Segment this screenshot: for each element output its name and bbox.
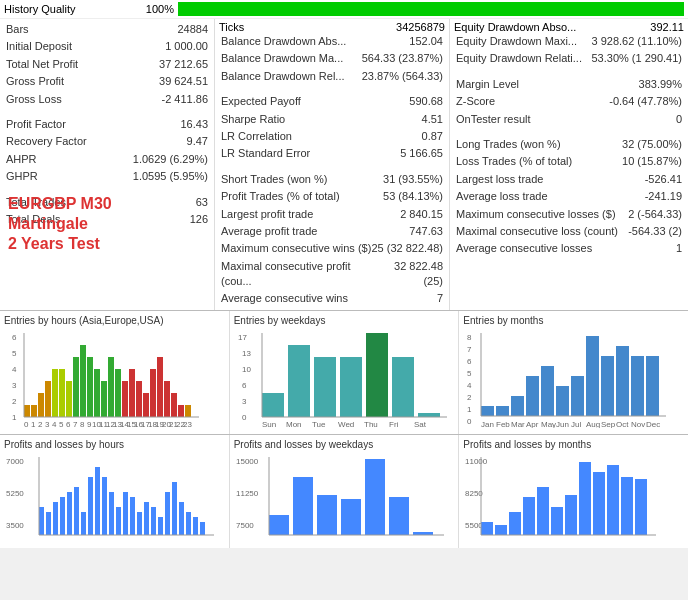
svg-text:6: 6 bbox=[12, 333, 17, 342]
svg-rect-93 bbox=[586, 336, 599, 416]
loss-trades-value: 10 (15.87%) bbox=[622, 154, 682, 169]
avg-consec-wins-row: Average consecutive wins 7 bbox=[219, 290, 445, 307]
weekdays-chart-title: Entries by weekdays bbox=[234, 315, 455, 326]
profit-weekdays-container: Profits and losses by weekdays 15000 112… bbox=[230, 435, 460, 548]
largest-loss-label: Largest loss trade bbox=[456, 172, 543, 187]
svg-rect-10 bbox=[52, 369, 58, 417]
mid-stats-col: Ticks 34256879 Balance Drawdown Abs... 1… bbox=[215, 19, 450, 310]
svg-text:Dec: Dec bbox=[646, 420, 660, 428]
svg-rect-165 bbox=[607, 465, 619, 535]
maximal-consec-loss-value: -564.33 (2) bbox=[628, 224, 682, 239]
sharpe-ratio-label: Sharpe Ratio bbox=[221, 112, 285, 127]
loss-trades-row: Loss Trades (% of total) 10 (15.87%) bbox=[454, 153, 684, 170]
avg-loss-label: Average loss trade bbox=[456, 189, 548, 204]
bal-dd-rel-value: 23.87% (564.33) bbox=[362, 69, 443, 84]
total-net-profit-label: Total Net Profit bbox=[6, 57, 78, 72]
on-tester-row: OnTester result 0 bbox=[454, 111, 684, 128]
svg-rect-136 bbox=[186, 512, 191, 535]
bal-dd-max-value: 564.33 (23.87%) bbox=[362, 51, 443, 66]
svg-text:5: 5 bbox=[59, 420, 64, 428]
svg-text:10: 10 bbox=[242, 365, 251, 374]
svg-rect-26 bbox=[164, 381, 170, 417]
svg-rect-132 bbox=[158, 517, 163, 535]
svg-rect-28 bbox=[178, 405, 184, 417]
profit-hours-container: Profits and losses by hours 7000 5250 35… bbox=[0, 435, 230, 548]
svg-text:3: 3 bbox=[45, 420, 50, 428]
svg-rect-167 bbox=[635, 479, 647, 535]
charts-row-1: Entries by hours (Asia,Europe,USA) 6 5 4… bbox=[0, 310, 688, 434]
avg-profit-value: 747.63 bbox=[409, 224, 443, 239]
svg-rect-89 bbox=[526, 376, 539, 416]
svg-rect-15 bbox=[87, 357, 93, 417]
svg-text:0: 0 bbox=[24, 420, 29, 428]
z-score-label: Z-Score bbox=[456, 94, 495, 109]
profit-trades-label: Profit Trades (% of total) bbox=[221, 189, 340, 204]
gross-profit-row: Gross Profit 39 624.51 bbox=[4, 73, 210, 90]
max-consec-losses-label: Maximum consecutive losses ($) bbox=[456, 207, 616, 222]
symbols-row: Equity Drawdown Abso... 392.11 bbox=[454, 21, 684, 33]
svg-text:7000: 7000 bbox=[6, 457, 24, 466]
weekdays-chart-area: 17 13 10 6 3 0 bbox=[234, 328, 455, 430]
svg-text:Jul: Jul bbox=[571, 420, 581, 428]
svg-rect-9 bbox=[45, 381, 51, 417]
avg-consec-losses-row: Average consecutive losses 1 bbox=[454, 240, 684, 257]
svg-text:13: 13 bbox=[242, 349, 251, 358]
svg-rect-159 bbox=[523, 497, 535, 535]
svg-rect-88 bbox=[511, 396, 524, 416]
svg-rect-16 bbox=[94, 369, 100, 417]
svg-rect-137 bbox=[193, 517, 198, 535]
svg-text:1: 1 bbox=[12, 413, 17, 422]
profit-weekdays-area: 15000 11250 7500 bbox=[234, 452, 455, 544]
svg-text:Jan: Jan bbox=[481, 420, 494, 428]
svg-rect-122 bbox=[88, 477, 93, 535]
svg-rect-17 bbox=[101, 381, 107, 417]
short-trades-value: 31 (93.55%) bbox=[383, 172, 443, 187]
left-stats-col: Bars 24884 Initial Deposit 1 000.00 Tota… bbox=[0, 19, 215, 310]
max-consec-wins-label: Maximum consecutive wins ($) bbox=[221, 241, 371, 256]
svg-text:2: 2 bbox=[38, 420, 43, 428]
svg-text:6: 6 bbox=[467, 357, 472, 366]
svg-rect-138 bbox=[200, 522, 205, 535]
svg-text:2: 2 bbox=[12, 397, 17, 406]
svg-rect-146 bbox=[317, 495, 337, 535]
eq-dd-rel-label: Equity Drawdown Relati... bbox=[456, 51, 582, 66]
avg-consec-losses-value: 1 bbox=[676, 241, 682, 256]
svg-text:Mar: Mar bbox=[511, 420, 525, 428]
hq-bar bbox=[178, 2, 684, 16]
svg-rect-115 bbox=[39, 507, 44, 535]
svg-text:0: 0 bbox=[242, 413, 247, 422]
svg-text:Fri: Fri bbox=[389, 420, 399, 428]
svg-text:4: 4 bbox=[12, 365, 17, 374]
avg-consec-wins-value: 7 bbox=[437, 291, 443, 306]
svg-text:4: 4 bbox=[52, 420, 57, 428]
largest-profit-row: Largest profit trade 2 840.15 bbox=[219, 206, 445, 223]
symbols-value: 392.11 bbox=[650, 21, 684, 33]
months-chart-area: 8 7 6 5 4 2 1 0 bbox=[463, 328, 684, 430]
svg-text:Aug: Aug bbox=[586, 420, 600, 428]
svg-rect-162 bbox=[565, 495, 577, 535]
weekdays-chart-svg: 17 13 10 6 3 0 bbox=[234, 328, 449, 428]
overlay-line3: 2 Years Test bbox=[8, 234, 112, 254]
ghpr-value: 1.0595 (5.95%) bbox=[133, 169, 208, 184]
svg-rect-121 bbox=[81, 512, 86, 535]
hq-label: History Quality bbox=[4, 3, 134, 15]
svg-text:Sat: Sat bbox=[414, 420, 427, 428]
profit-factor-label: Profit Factor bbox=[6, 117, 66, 132]
profit-hours-title: Profits and losses by hours bbox=[4, 439, 225, 450]
ahpr-label: AHPR bbox=[6, 152, 37, 167]
svg-text:Tue: Tue bbox=[312, 420, 326, 428]
svg-rect-134 bbox=[172, 482, 177, 535]
svg-text:7: 7 bbox=[73, 420, 78, 428]
eq-dd-max-value: 3 928.62 (11.10%) bbox=[591, 34, 682, 49]
svg-text:3: 3 bbox=[12, 381, 17, 390]
ticks-value: 34256879 bbox=[396, 21, 445, 33]
svg-rect-65 bbox=[340, 357, 362, 417]
svg-rect-21 bbox=[129, 369, 135, 417]
svg-rect-64 bbox=[314, 357, 336, 417]
svg-rect-7 bbox=[31, 405, 37, 417]
bal-dd-rel-row: Balance Drawdown Rel... 23.87% (564.33) bbox=[219, 68, 445, 85]
profit-factor-row: Profit Factor 16.43 bbox=[4, 116, 210, 133]
avg-profit-label: Average profit trade bbox=[221, 224, 317, 239]
svg-rect-66 bbox=[366, 333, 388, 417]
svg-text:Sep: Sep bbox=[601, 420, 616, 428]
